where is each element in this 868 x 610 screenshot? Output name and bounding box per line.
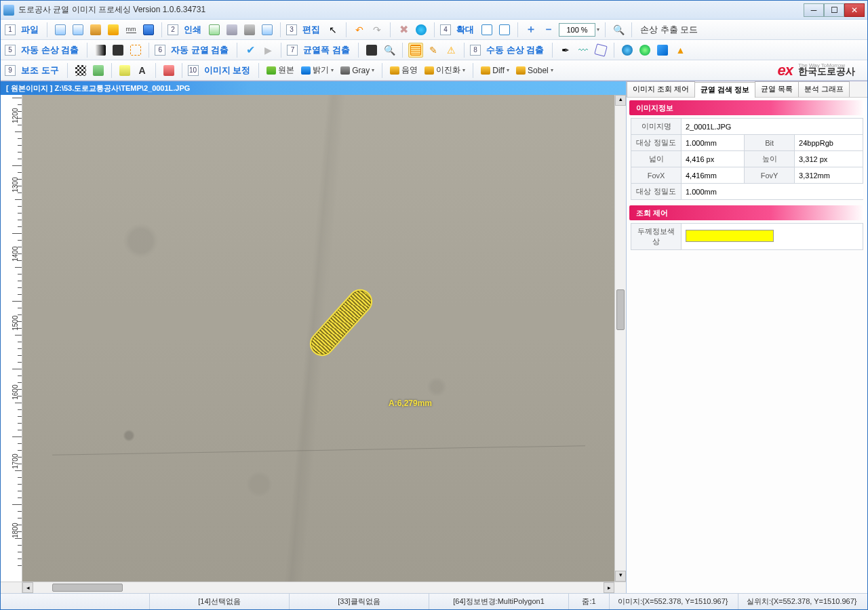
grid-select-icon[interactable] — [128, 43, 143, 58]
image-pane: [ 원본이미지 ] Z:\53.도로교통공사\TEMP\2_0001L.JPG … — [1, 81, 626, 593]
menu-zoom[interactable]: 확대 — [454, 22, 477, 37]
lbl-bit: Bit — [745, 135, 795, 151]
text-icon[interactable]: A — [135, 63, 150, 78]
hscroll-thumb[interactable] — [52, 584, 123, 592]
close-button[interactable]: ✕ — [844, 3, 865, 17]
minimize-button[interactable]: ─ — [804, 3, 824, 17]
annotation-patch[interactable]: A:6,279mm — [300, 310, 382, 335]
titlebar: 도로공사 균열 이미지 프로세싱 Version 1.0.6.34731 ─ ☐… — [1, 1, 867, 20]
tab-crack-search[interactable]: 균열 검색 정보 — [694, 82, 755, 98]
vertical-scrollbar[interactable]: ▴ ▾ — [614, 95, 626, 582]
menu-auto-damage[interactable]: 자동 손상 검출 — [18, 43, 81, 58]
scroll-down-icon[interactable]: ▾ — [615, 571, 626, 582]
folder-open-icon[interactable] — [106, 22, 121, 37]
lbl-fovy: FovY — [745, 167, 795, 184]
ruler-icon[interactable] — [117, 63, 132, 78]
magnifier-icon[interactable]: 🔍 — [611, 22, 626, 37]
menu-num-1: 1 — [5, 24, 16, 35]
menu-num-6: 6 — [155, 45, 165, 56]
image-info-table: 이미지명2_0001L.JPG 대상 정밀도1.000mmBit24bppRgb… — [631, 118, 863, 200]
pencil-icon[interactable]: ✎ — [426, 43, 441, 58]
val-imgname: 2_0001L.JPG — [682, 119, 863, 135]
tools-icon[interactable] — [242, 22, 257, 37]
open-box-icon[interactable] — [88, 22, 103, 37]
zoom-region-icon[interactable]: 🔍 — [382, 43, 397, 58]
undo-icon[interactable]: ↶ — [352, 22, 367, 37]
lbl-precision: 대상 정밀도 — [631, 135, 682, 151]
toolbar-row-2: 5 자동 손상 검출 6 자동 균열 검출 ✔ ▶ 7 균열폭 검출 🔍 ✎ ⚠… — [1, 40, 867, 60]
save-icon[interactable] — [141, 22, 156, 37]
refresh-icon[interactable] — [414, 22, 429, 37]
menu-num-2: 2 — [167, 24, 178, 35]
maximize-button[interactable]: ☐ — [824, 3, 844, 17]
val-fovx: 4,416mm — [682, 167, 745, 184]
color-swatch[interactable] — [686, 230, 774, 242]
menu-file[interactable]: 파일 — [18, 22, 41, 37]
mm-icon[interactable]: mm — [123, 22, 138, 37]
redo-icon[interactable]: ↷ — [370, 22, 384, 37]
menu-edit[interactable]: 편집 — [300, 22, 323, 37]
val-thickness-color[interactable] — [682, 224, 863, 250]
calendar-icon[interactable] — [260, 22, 275, 37]
black-square-icon[interactable] — [111, 43, 125, 58]
flame-icon[interactable]: ▲ — [673, 43, 688, 58]
scroll-left-icon[interactable]: ◂ — [22, 582, 33, 593]
polygon-icon[interactable] — [593, 43, 608, 58]
chart-icon[interactable] — [161, 63, 176, 78]
globe-icon[interactable] — [620, 43, 635, 58]
horizontal-scrollbar[interactable]: ◂ ▸ — [22, 582, 614, 593]
val-precision: 1.000mm — [682, 135, 745, 151]
diff-dropdown[interactable]: Diff▾ — [479, 66, 511, 75]
tab-crack-list[interactable]: 균열 목록 — [755, 81, 799, 97]
export-icon[interactable] — [91, 63, 106, 78]
tab-image-view[interactable]: 이미지 조회 제어 — [627, 81, 695, 97]
binary-dropdown[interactable]: 이진화▾ — [422, 64, 467, 76]
brightness-dropdown[interactable]: 밝기▾ — [299, 64, 336, 76]
wave-icon[interactable]: 〰 — [576, 43, 591, 58]
tab-analysis-graph[interactable]: 분석 그래프 — [798, 81, 850, 97]
canvas-wrap: 1200 1300 1400 1500 1600 1700 1800 A:6,2… — [1, 95, 626, 582]
menu-auto-crack[interactable]: 자동 균열 검출 — [168, 43, 231, 58]
shadow-button[interactable]: 음영 — [388, 64, 420, 76]
vertical-ruler: 1200 1300 1400 1500 1600 1700 1800 — [1, 95, 22, 582]
menu-manual-damage[interactable]: 수동 손상 검출 — [484, 43, 547, 58]
zoom-in-icon[interactable]: ＋ — [524, 22, 538, 37]
check-icon[interactable]: ✔ — [243, 43, 258, 58]
pen-icon[interactable]: ✒ — [558, 43, 573, 58]
new-doc-icon[interactable] — [53, 22, 68, 37]
app-icon — [3, 5, 14, 16]
zoom-input[interactable] — [559, 23, 595, 37]
status-click: [33]클릭없음 — [290, 594, 429, 609]
damage-mode-label[interactable]: 손상 추출 모드 — [637, 22, 701, 37]
zoom-out-icon[interactable]: － — [541, 22, 556, 37]
cube-icon[interactable] — [655, 43, 670, 58]
image-canvas[interactable]: A:6,279mm — [22, 95, 614, 582]
print-doc-icon[interactable] — [207, 22, 222, 37]
menu-num-8: 8 — [470, 45, 481, 56]
play-icon[interactable]: ▶ — [260, 43, 275, 58]
scroll-right-icon[interactable]: ▸ — [604, 582, 614, 593]
fit-width-icon[interactable] — [497, 22, 512, 37]
original-button[interactable]: 원본 — [264, 64, 296, 76]
grid-highlight-icon[interactable] — [408, 43, 423, 58]
gray-dropdown[interactable]: Gray▾ — [338, 66, 376, 75]
fit-screen-icon[interactable] — [479, 22, 494, 37]
menu-print[interactable]: 인쇄 — [181, 22, 204, 37]
sobel-dropdown[interactable]: Sobel▾ — [514, 66, 555, 75]
help-icon[interactable] — [637, 43, 652, 58]
cursor-icon[interactable]: ↖ — [326, 22, 340, 37]
menu-aux-tools[interactable]: 보조 도구 — [18, 63, 62, 78]
print-preview-icon[interactable] — [224, 22, 239, 37]
measure-icon[interactable] — [364, 43, 379, 58]
doc-refresh-icon[interactable] — [71, 22, 85, 37]
warning-icon[interactable]: ⚠ — [443, 43, 458, 58]
main-area: [ 원본이미지 ] Z:\53.도로교통공사\TEMP\2_0001L.JPG … — [1, 81, 867, 593]
scroll-up-icon[interactable]: ▴ — [615, 95, 626, 106]
menu-image-correction[interactable]: 이미지 보정 — [201, 63, 254, 78]
delete-icon[interactable]: ✖ — [396, 22, 411, 37]
grid-dots-icon[interactable] — [73, 63, 88, 78]
menu-crack-width[interactable]: 균열폭 검출 — [300, 43, 353, 58]
vscroll-thumb[interactable] — [616, 289, 625, 330]
lbl-fovx: FovX — [631, 167, 682, 184]
gradient-icon[interactable] — [93, 43, 108, 58]
